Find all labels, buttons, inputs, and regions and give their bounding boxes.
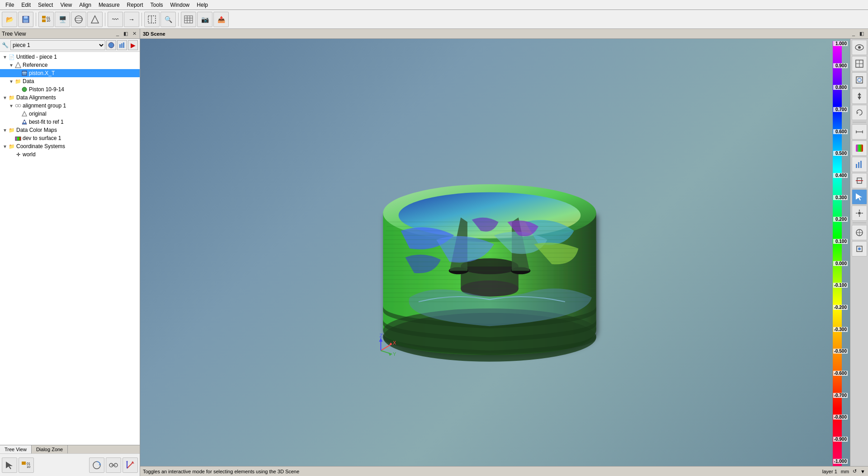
rt-btn-point[interactable] [852,205,867,221]
piece-chart-btn[interactable] [117,40,127,50]
tree-item-original[interactable]: original [0,110,140,118]
tab-treeview[interactable]: Tree View [0,445,32,453]
menu-report[interactable]: Report [123,1,147,9]
tree-colormaps-label: Data Color Maps [16,127,57,133]
toolbar-zoom-btn[interactable]: 🔍 [160,12,176,27]
rt-btn-extra1[interactable] [852,225,867,240]
rt-btn-eye[interactable] [852,40,867,55]
scene-minimize-btn[interactable]: _ [851,31,856,37]
toolbar-data-btn[interactable]: 0110 [38,12,54,27]
toolbar-table-btn[interactable] [181,12,196,27]
menu-edit[interactable]: Edit [18,1,34,9]
tree-coords-toggle[interactable]: ▼ [2,144,8,149]
bottom-rotation-btn[interactable] [89,457,104,473]
tree-piston10914-label: Piston 10-9-14 [29,86,64,93]
rt-btn-pan[interactable] [852,89,867,104]
menu-window[interactable]: Window [167,1,193,9]
svg-point-17 [108,42,114,48]
menu-select[interactable]: Select [34,1,57,9]
svg-rect-4 [42,19,46,22]
toolbar-3d-btn[interactable]: 🖥️ [55,12,70,27]
toolbar-save-btn[interactable] [18,12,33,27]
tree-item-coords[interactable]: ▼ 📁 Coordinate Systems [0,142,140,150]
toolbar-select-btn[interactable] [144,12,160,27]
tree-root[interactable]: ▼ 📄 Untitled - piece 1 [0,53,140,61]
tree-reference-label: Reference [23,62,47,68]
piece-play-btn[interactable]: ▶ [128,40,138,50]
toolbar-sphere-btn[interactable] [71,12,86,27]
tree-item-piston10914[interactable]: Piston 10-9-14 [0,85,140,93]
tree-item-dev-surface[interactable]: dev to surface 1 [0,134,140,142]
dropdown-icon[interactable]: ▼ [860,469,865,474]
tree-original-label: original [29,111,47,117]
scene-header-controls: _ ◧ [851,31,865,37]
scale-label-0500: 0.500 [833,151,848,156]
treeview-close-btn[interactable]: ✕ [131,31,138,37]
menu-tools[interactable]: Tools [147,1,167,9]
tree-colormaps-toggle[interactable]: ▼ [2,128,8,133]
tree-item-piston-xt[interactable]: piston.X_T [0,69,140,77]
rt-btn-chart[interactable] [852,157,867,172]
tree-reference-toggle[interactable]: ▼ [8,63,14,68]
tree-alignment-group1-toggle[interactable]: ▼ [8,103,14,108]
toolbar-wave-btn[interactable]: 〰 [108,12,123,27]
toolbar-arrow-btn[interactable]: → [124,12,139,27]
tree-item-world[interactable]: ✛ world [0,150,140,159]
scene-float-btn[interactable]: ◧ [858,31,865,37]
menu-align[interactable]: Align [75,1,95,9]
menu-file[interactable]: File [2,1,18,9]
svg-text:Y: Y [393,351,396,357]
tree-item-bestfit[interactable]: best-fit to ref 1 [0,118,140,126]
rt-sep-2 [853,223,866,223]
scale-label-n0700: -0.700 [833,393,848,398]
treeview-detach-btn[interactable]: ◧ [122,31,129,37]
toolbar-open-btn[interactable]: 📂 [2,12,17,27]
toolbar-sep-4 [178,13,179,26]
toolbar-export-btn[interactable]: 📤 [213,12,229,27]
tree-alignments-toggle[interactable]: ▼ [2,95,8,100]
refresh-icon[interactable]: ↺ [853,468,857,474]
rt-btn-color[interactable] [852,140,867,156]
scene-content[interactable]: X Z Y 1.000 0.900 0.800 [140,39,868,466]
bottom-toolbar: 0110 [0,453,140,476]
piece-dropdown[interactable]: piece 1 [10,40,105,50]
piece-add-btn[interactable] [106,40,116,50]
rt-btn-select-elements[interactable] [852,189,867,205]
scene-status-right: layer 1 mm ↺ ▼ [822,468,865,474]
tree-alignments-label: Data Alignments [16,94,56,101]
tree-reference-icon [14,61,22,69]
svg-point-100 [858,212,861,215]
bottom-tabs: Tree View Dialog Zone [0,445,140,453]
bottom-align-btn[interactable] [106,457,121,473]
rt-btn-zoom-fit[interactable] [852,72,867,88]
rt-btn-extra2[interactable] [852,241,867,257]
tree-item-colormaps[interactable]: ▼ 📁 Data Color Maps [0,126,140,134]
tab-dialogzone[interactable]: Dialog Zone [32,445,68,453]
tree-item-data[interactable]: ▼ 📁 Data [0,77,140,85]
tree-root-label: Untitled - piece 1 [16,54,57,60]
rt-btn-rotate[interactable] [852,105,867,120]
tree-original-icon [21,110,28,117]
tree-item-alignment-group1[interactable]: ▼ alignment group 1 [0,102,140,110]
menu-help[interactable]: Help [193,1,212,9]
tree-root-toggle[interactable]: ▼ [2,55,8,60]
tree-data-toggle[interactable]: ▼ [8,79,14,84]
rt-btn-clip[interactable] [852,173,867,188]
toolbar-camera-btn[interactable]: 📷 [197,12,212,27]
menu-measure[interactable]: Measure [95,1,123,9]
menu-view[interactable]: View [57,1,75,9]
bottom-axis-btn[interactable] [123,457,138,473]
tree-item-data-alignments[interactable]: ▼ 📁 Data Alignments [0,93,140,102]
toolbar-mesh-btn[interactable] [87,12,103,27]
scale-label-0900: 0.900 [833,63,848,68]
tree-data-icon: 📁 [14,78,22,85]
svg-point-7 [75,16,82,23]
svg-marker-21 [15,62,21,68]
rt-btn-measure[interactable] [852,124,867,140]
treeview-header: Tree View _ ◧ ✕ [0,29,140,39]
treeview-minimize-btn[interactable]: _ [115,31,120,37]
bottom-data-btn[interactable]: 0110 [19,457,34,473]
tree-item-reference[interactable]: ▼ Reference [0,61,140,69]
bottom-select-btn[interactable] [2,457,17,473]
rt-btn-zoom-box[interactable] [852,56,867,71]
